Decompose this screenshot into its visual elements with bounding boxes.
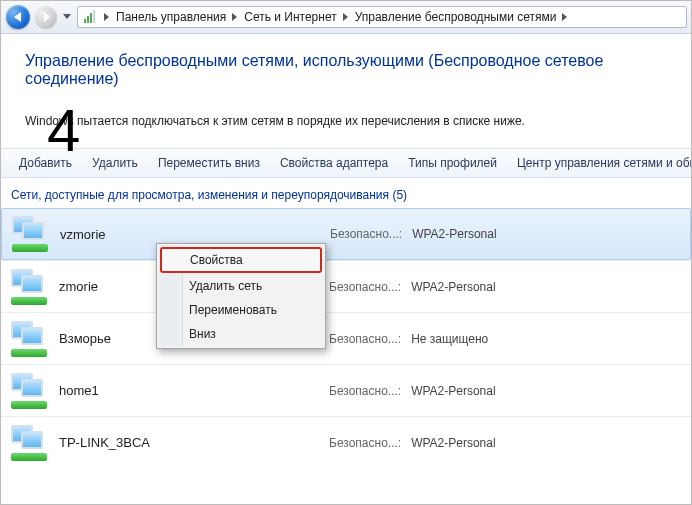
context-menu: Свойства Удалить сеть Переименовать Вниз [156,243,326,349]
network-icon [11,321,51,357]
toolbar-remove[interactable]: Удалить [82,156,148,170]
page-description: Windows пытается подключаться к этим сет… [25,114,667,128]
toolbar-move-down[interactable]: Переместить вниз [148,156,270,170]
network-name: TP-LINK_3BCA [59,435,329,450]
network-name: home1 [59,383,329,398]
toolbar-add[interactable]: Добавить [9,156,82,170]
context-menu-delete[interactable]: Удалить сеть [159,274,323,298]
content-area: Управление беспроводными сетями, использ… [1,34,691,128]
network-row[interactable]: vzmorie Безопасно...: WPA2-Personal [1,208,691,260]
section-header: Сети, доступные для просмотра, изменения… [1,178,691,208]
forward-button [33,4,59,30]
security-value: Не защищено [411,332,488,346]
svg-marker-8 [562,13,567,21]
network-name: vzmorie [60,227,330,242]
page-title: Управление беспроводными сетями, использ… [25,52,667,88]
context-menu-down[interactable]: Вниз [159,322,323,346]
history-dropdown[interactable] [61,14,73,20]
security-label: Безопасно...: [329,384,401,398]
network-row[interactable]: TP-LINK_3BCA Безопасно...: WPA2-Personal [1,416,691,468]
chevron-right-icon[interactable] [341,13,351,21]
network-icon [12,216,52,252]
toolbar-profile-types[interactable]: Типы профилей [398,156,507,170]
svg-marker-7 [343,13,348,21]
svg-marker-6 [232,13,237,21]
security-label: Безопасно...: [329,280,401,294]
command-toolbar: Добавить Удалить Переместить вниз Свойст… [1,148,691,178]
toolbar-adapter-props[interactable]: Свойства адаптера [270,156,398,170]
svg-rect-3 [90,13,92,23]
toolbar-network-center[interactable]: Центр управления сетями и общим [507,156,692,170]
network-row[interactable]: zmorie Безопасно...: WPA2-Personal [1,260,691,312]
breadcrumb-wireless-mgmt[interactable]: Управление беспроводными сетями [351,10,561,24]
security-label: Безопасно...: [330,227,402,241]
chevron-right-icon[interactable] [560,13,570,21]
chevron-right-icon[interactable] [102,13,112,21]
security-value: WPA2-Personal [411,384,495,398]
navigation-bar: Панель управления Сеть и Интернет Управл… [1,1,691,34]
network-row[interactable]: Взморье Безопасно...: Не защищено [1,312,691,364]
svg-rect-2 [87,16,89,23]
chevron-right-icon[interactable] [230,13,240,21]
breadcrumb-control-panel[interactable]: Панель управления [112,10,230,24]
network-icon [11,373,51,409]
back-button[interactable] [5,4,31,30]
breadcrumb-network-internet[interactable]: Сеть и Интернет [240,10,340,24]
svg-rect-4 [93,10,95,23]
svg-marker-0 [63,14,71,19]
network-icon [11,269,51,305]
context-menu-rename[interactable]: Переименовать [159,298,323,322]
breadcrumb[interactable]: Панель управления Сеть и Интернет Управл… [77,6,687,28]
security-label: Безопасно...: [329,332,401,346]
svg-marker-5 [104,13,109,21]
security-value: WPA2-Personal [411,436,495,450]
context-menu-properties[interactable]: Свойства [160,247,322,273]
network-row[interactable]: home1 Безопасно...: WPA2-Personal [1,364,691,416]
network-icon [11,425,51,461]
security-label: Безопасно...: [329,436,401,450]
security-value: WPA2-Personal [412,227,496,241]
signal-icon [82,9,98,25]
svg-rect-1 [84,19,86,23]
security-value: WPA2-Personal [411,280,495,294]
network-list: vzmorie Безопасно...: WPA2-Personal zmor… [1,208,691,468]
